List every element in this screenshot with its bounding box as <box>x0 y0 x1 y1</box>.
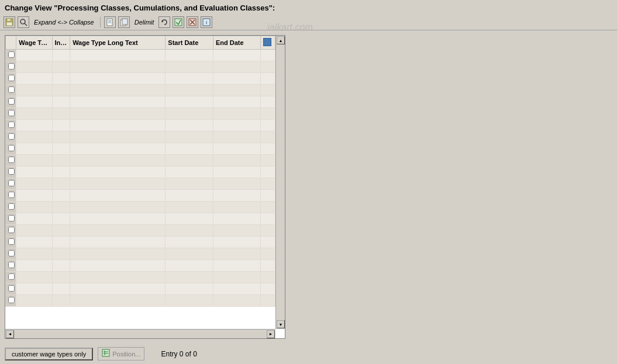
toolbar-icon-5[interactable]: i <box>201 16 212 28</box>
row-cell-inf[interactable] <box>52 143 70 155</box>
table-row[interactable] <box>6 202 275 213</box>
scroll-left-button[interactable]: ◄ <box>6 330 14 338</box>
table-row[interactable] <box>6 283 275 295</box>
row-cell-start-date[interactable] <box>166 202 213 213</box>
row-cell-start-date[interactable] <box>166 108 213 120</box>
row-cell-inf[interactable] <box>52 96 70 108</box>
row-cell-end-date[interactable] <box>213 108 261 120</box>
col-header-wage-long[interactable]: Wage Type Long Text <box>70 36 166 50</box>
row-cell-inf[interactable] <box>52 50 70 61</box>
row-cell-end-date[interactable] <box>213 131 261 143</box>
col-header-start-date[interactable]: Start Date <box>166 36 213 50</box>
row-cell-end-date[interactable] <box>213 237 261 248</box>
row-cell-wage-long[interactable] <box>70 143 166 155</box>
row-cell-end-date[interactable] <box>213 248 261 260</box>
row-cell-inf[interactable] <box>52 260 70 272</box>
row-cell-wage-long[interactable] <box>70 190 166 202</box>
row-cell-wage-long[interactable] <box>70 272 166 283</box>
row-cell-start-date[interactable] <box>166 61 213 73</box>
row-cell-start-date[interactable] <box>166 155 213 167</box>
row-cell-inf[interactable] <box>52 120 70 131</box>
row-checkbox[interactable] <box>6 213 16 225</box>
row-cell-wage-long[interactable] <box>70 167 166 178</box>
row-checkbox[interactable] <box>6 61 16 73</box>
toolbar-new-icon[interactable] <box>104 16 116 28</box>
row-cell-wage-long[interactable] <box>70 120 166 131</box>
row-cell-end-date[interactable] <box>213 260 261 272</box>
toolbar-undo-icon[interactable] <box>158 16 170 28</box>
row-cell-end-date[interactable] <box>213 61 261 73</box>
row-cell-start-date[interactable] <box>166 73 213 85</box>
row-cell-inf[interactable] <box>52 248 70 260</box>
table-row[interactable] <box>6 295 275 307</box>
position-button[interactable]: Position... <box>112 351 140 358</box>
row-cell-wage-ty[interactable] <box>16 120 52 131</box>
toolbar-icon-3[interactable] <box>173 16 184 28</box>
table-row[interactable] <box>6 237 275 248</box>
row-cell-end-date[interactable] <box>213 143 261 155</box>
row-checkbox[interactable] <box>6 143 16 155</box>
row-cell-inf[interactable] <box>52 61 70 73</box>
row-cell-inf[interactable] <box>52 190 70 202</box>
row-checkbox[interactable] <box>6 283 16 295</box>
row-cell-wage-long[interactable] <box>70 202 166 213</box>
row-cell-wage-long[interactable] <box>70 131 166 143</box>
col-header-wage-ty[interactable]: Wage Ty... <box>16 36 52 50</box>
row-cell-inf[interactable] <box>52 283 70 295</box>
row-cell-wage-ty[interactable] <box>16 73 52 85</box>
table-row[interactable] <box>6 225 275 237</box>
table-row[interactable] <box>6 260 275 272</box>
row-cell-inf[interactable] <box>52 155 70 167</box>
table-row[interactable] <box>6 213 275 225</box>
row-checkbox[interactable] <box>6 225 16 237</box>
row-cell-inf[interactable] <box>52 295 70 307</box>
row-cell-inf[interactable] <box>52 85 70 96</box>
row-cell-inf[interactable] <box>52 178 70 190</box>
table-row[interactable] <box>6 108 275 120</box>
row-cell-wage-long[interactable] <box>70 73 166 85</box>
row-cell-inf[interactable] <box>52 225 70 237</box>
table-row[interactable] <box>6 61 275 73</box>
table-row[interactable] <box>6 85 275 96</box>
row-cell-wage-ty[interactable] <box>16 202 52 213</box>
table-row[interactable] <box>6 96 275 108</box>
row-cell-end-date[interactable] <box>213 167 261 178</box>
row-cell-start-date[interactable] <box>166 167 213 178</box>
row-cell-end-date[interactable] <box>213 295 261 307</box>
row-checkbox[interactable] <box>6 85 16 96</box>
row-cell-start-date[interactable] <box>166 272 213 283</box>
row-cell-wage-ty[interactable] <box>16 272 52 283</box>
row-cell-end-date[interactable] <box>213 190 261 202</box>
row-cell-start-date[interactable] <box>166 213 213 225</box>
row-cell-start-date[interactable] <box>166 143 213 155</box>
row-cell-inf[interactable] <box>52 73 70 85</box>
row-cell-wage-ty[interactable] <box>16 213 52 225</box>
row-cell-wage-long[interactable] <box>70 61 166 73</box>
row-cell-wage-ty[interactable] <box>16 283 52 295</box>
row-cell-wage-ty[interactable] <box>16 167 52 178</box>
toolbar-icon-2[interactable] <box>18 16 29 28</box>
row-cell-start-date[interactable] <box>166 248 213 260</box>
row-cell-wage-ty[interactable] <box>16 155 52 167</box>
row-cell-inf[interactable] <box>52 272 70 283</box>
scrollbar-horizontal[interactable]: ◄ ► <box>5 329 275 338</box>
row-cell-wage-long[interactable] <box>70 248 166 260</box>
row-cell-wage-ty[interactable] <box>16 190 52 202</box>
row-cell-wage-long[interactable] <box>70 237 166 248</box>
table-row[interactable] <box>6 50 275 61</box>
table-row[interactable] <box>6 73 275 85</box>
col-header-inf[interactable]: Inf... <box>52 36 70 50</box>
row-cell-start-date[interactable] <box>166 283 213 295</box>
row-cell-inf[interactable] <box>52 237 70 248</box>
row-cell-wage-ty[interactable] <box>16 237 52 248</box>
row-cell-wage-long[interactable] <box>70 155 166 167</box>
scroll-up-button[interactable]: ▲ <box>277 36 285 44</box>
row-cell-inf[interactable] <box>52 213 70 225</box>
row-cell-wage-long[interactable] <box>70 260 166 272</box>
row-cell-wage-long[interactable] <box>70 50 166 61</box>
row-cell-wage-ty[interactable] <box>16 295 52 307</box>
row-cell-end-date[interactable] <box>213 213 261 225</box>
row-cell-start-date[interactable] <box>166 190 213 202</box>
row-checkbox[interactable] <box>6 190 16 202</box>
row-checkbox[interactable] <box>6 237 16 248</box>
